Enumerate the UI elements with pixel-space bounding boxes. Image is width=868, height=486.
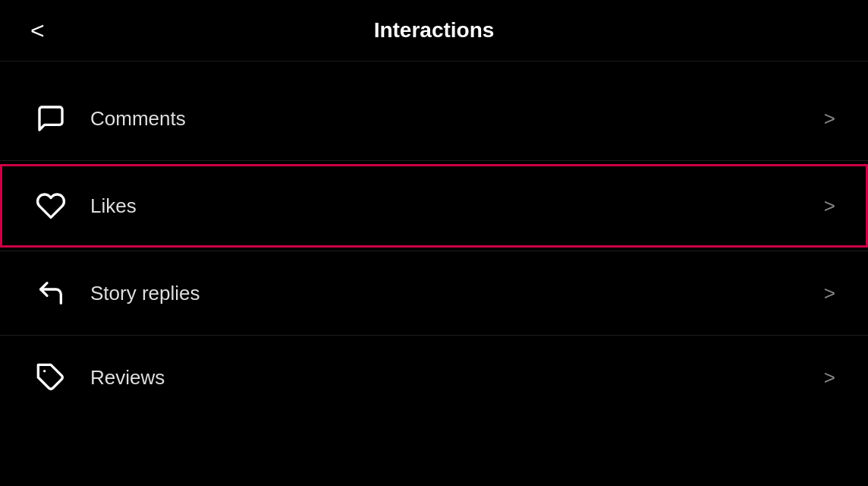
back-button[interactable]: < <box>30 18 45 43</box>
reviews-label: Reviews <box>90 366 824 390</box>
comment-icon <box>33 100 69 137</box>
divider-1 <box>0 160 868 161</box>
heart-icon <box>33 188 69 224</box>
comments-label: Comments <box>90 107 824 131</box>
tag-icon <box>33 359 69 396</box>
story-replies-label: Story replies <box>90 282 824 305</box>
menu-list: Comments > Likes > Story replies <box>0 62 868 486</box>
comments-chevron: > <box>824 107 835 131</box>
story-replies-chevron: > <box>824 282 835 305</box>
menu-item-comments[interactable]: Comments > <box>0 77 868 160</box>
menu-item-reviews[interactable]: Reviews > <box>0 336 868 419</box>
likes-chevron: > <box>824 194 835 218</box>
reviews-chevron: > <box>824 366 835 390</box>
menu-item-story-replies[interactable]: Story replies > <box>0 251 868 335</box>
menu-item-likes[interactable]: Likes > <box>0 164 868 248</box>
reply-icon <box>33 275 69 311</box>
header: < Interactions <box>0 0 868 62</box>
interactions-screen: < Interactions Comments > Likes > <box>0 0 868 486</box>
page-title: Interactions <box>374 18 495 43</box>
likes-label: Likes <box>90 194 824 218</box>
